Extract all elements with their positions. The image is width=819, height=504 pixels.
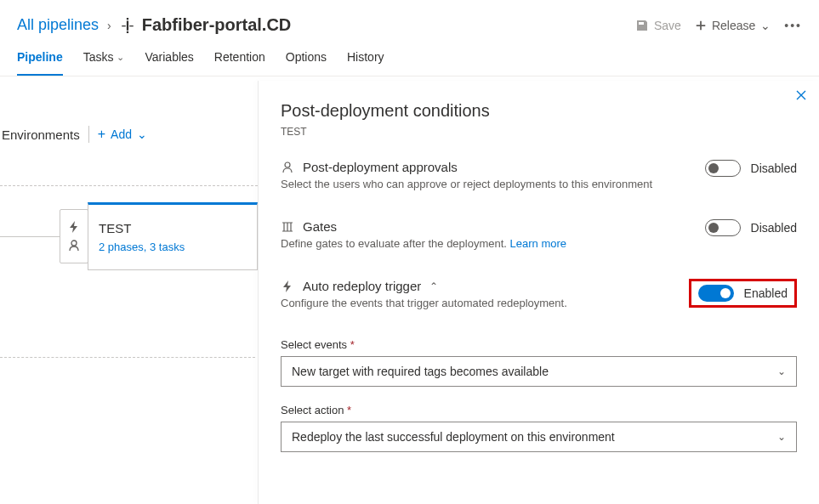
- svg-point-0: [71, 241, 77, 246]
- more-button[interactable]: •••: [784, 19, 802, 32]
- tab-retention[interactable]: Retention: [214, 50, 265, 76]
- gates-learn-more-link[interactable]: Learn more: [510, 237, 566, 250]
- pipeline-name: Fabfiber-portal.CD: [142, 15, 292, 35]
- release-pipeline-icon: [120, 18, 135, 33]
- tab-pipeline[interactable]: Pipeline: [17, 50, 63, 76]
- select-events-value: New target with required tags becomes av…: [292, 365, 549, 378]
- approvals-title: Post-deployment approvals: [303, 160, 458, 174]
- person-icon: [67, 239, 81, 252]
- save-label: Save: [654, 19, 681, 32]
- tab-options[interactable]: Options: [286, 50, 327, 76]
- approvals-state: Disabled: [751, 161, 797, 175]
- required-indicator: *: [347, 404, 351, 416]
- trigger-icon: [67, 220, 81, 234]
- post-deployment-panel: Post-deployment conditions TEST Post-dep…: [258, 81, 819, 504]
- select-action-dropdown[interactable]: Redeploy the last successful deployment …: [281, 422, 797, 452]
- pre-deployment-conditions-button[interactable]: [60, 209, 88, 263]
- approvals-desc: Select the users who can approve or reje…: [281, 178, 681, 190]
- gates-title: Gates: [303, 219, 337, 234]
- stage-card[interactable]: TEST 2 phases, 3 tasks: [88, 202, 258, 270]
- auto-redeploy-title: Auto redeploy trigger: [303, 279, 421, 293]
- close-icon: [795, 89, 807, 101]
- select-action-value: Redeploy the last successful deployment …: [292, 430, 615, 444]
- panel-title: Post-deployment conditions: [281, 101, 797, 121]
- stage-name: TEST: [99, 221, 247, 235]
- tabs: Pipeline Tasks⌄ Variables Retention Opti…: [0, 42, 819, 76]
- gates-section: Gates Define gates to evaluate after the…: [281, 219, 797, 250]
- gates-desc: Define gates to evaluate after the deplo…: [281, 237, 681, 250]
- person-icon: [281, 161, 294, 174]
- save-icon: [635, 19, 649, 32]
- release-label: Release: [712, 19, 755, 32]
- stage-card-wrapper: TEST 2 phases, 3 tasks: [60, 202, 286, 270]
- chevron-down-icon: ⌄: [777, 365, 786, 377]
- approvals-section: Post-deployment approvals Select the use…: [281, 160, 797, 190]
- gates-toggle[interactable]: [705, 219, 741, 236]
- save-button[interactable]: Save: [635, 19, 681, 32]
- auto-redeploy-toggle[interactable]: [698, 285, 734, 302]
- environments-title: Environments: [2, 127, 80, 142]
- release-button[interactable]: Release ⌄: [695, 19, 771, 32]
- gates-state: Disabled: [751, 221, 797, 235]
- approvals-toggle[interactable]: [705, 160, 741, 177]
- chevron-right-icon: ›: [107, 19, 111, 32]
- tab-variables[interactable]: Variables: [145, 50, 193, 76]
- select-events-label: Select events *: [281, 338, 797, 351]
- chevron-down-icon: ⌄: [137, 127, 147, 141]
- more-icon: •••: [784, 19, 802, 32]
- select-events-dropdown[interactable]: New target with required tags becomes av…: [281, 356, 797, 387]
- header-actions: Save Release ⌄ •••: [635, 19, 802, 32]
- chevron-down-icon: ⌄: [777, 431, 786, 443]
- tab-history[interactable]: History: [347, 50, 384, 76]
- plus-icon: [695, 20, 707, 31]
- select-events-field: Select events * New target with required…: [281, 338, 797, 387]
- auto-redeploy-section: Auto redeploy trigger ⌃ Configure the ev…: [281, 279, 797, 309]
- close-button[interactable]: [795, 89, 807, 101]
- required-indicator: *: [350, 338, 355, 351]
- chevron-down-icon: ⌄: [117, 52, 124, 63]
- panel-subtitle: TEST: [281, 126, 797, 138]
- breadcrumb-parent-link[interactable]: All pipelines: [17, 16, 99, 34]
- add-label: Add: [111, 127, 132, 141]
- breadcrumb-title: Fabfiber-portal.CD: [120, 15, 292, 35]
- chevron-up-icon[interactable]: ⌃: [429, 280, 438, 292]
- svg-point-2: [285, 162, 290, 167]
- stage-tasks-link[interactable]: 2 phases, 3 tasks: [99, 241, 247, 253]
- select-action-label: Select action *: [281, 404, 797, 416]
- auto-redeploy-desc: Configure the events that trigger automa…: [281, 297, 675, 309]
- highlight-box: Enabled: [689, 279, 797, 308]
- dashed-separator: [0, 357, 255, 358]
- select-action-field: Select action * Redeploy the last succes…: [281, 404, 797, 452]
- add-environment-button[interactable]: + Add ⌄: [98, 127, 147, 142]
- divider: [88, 126, 89, 143]
- tab-tasks[interactable]: Tasks⌄: [83, 50, 125, 76]
- plus-icon: +: [98, 127, 105, 142]
- chevron-down-icon: ⌄: [760, 19, 771, 32]
- gates-icon: [281, 220, 294, 234]
- auto-redeploy-state: Enabled: [744, 286, 788, 300]
- breadcrumb: All pipelines › Fabfiber-portal.CD Save …: [0, 0, 819, 42]
- stage-connector-line: [0, 236, 60, 237]
- trigger-icon: [281, 280, 294, 293]
